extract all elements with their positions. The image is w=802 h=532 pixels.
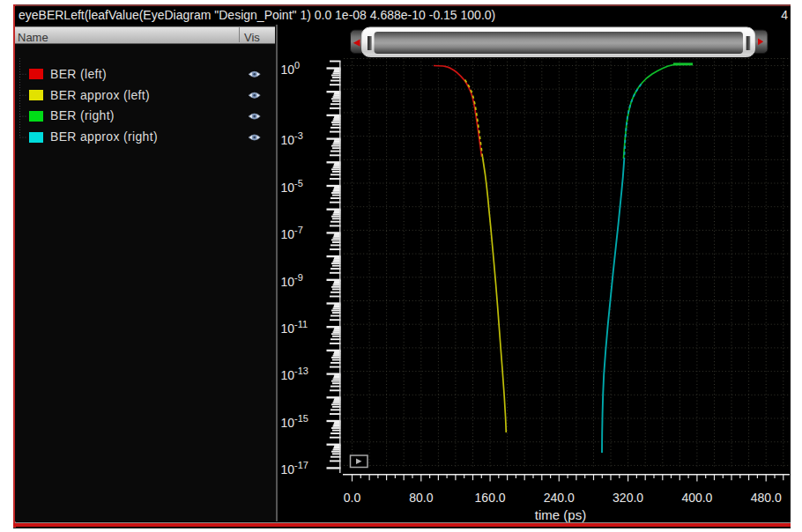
svg-text:480.0: 480.0 [751, 491, 782, 505]
svg-text:10-13: 10-13 [281, 366, 308, 382]
svg-text:10-7: 10-7 [281, 225, 303, 241]
svg-text:time (ps): time (ps) [535, 507, 586, 522]
svg-text:320.0: 320.0 [613, 491, 643, 505]
svg-text:160.0: 160.0 [475, 491, 506, 505]
svg-text:10-17: 10-17 [281, 460, 308, 477]
svg-text:10-15: 10-15 [281, 413, 308, 430]
svg-text:240.0: 240.0 [544, 491, 575, 505]
svg-text:80.0: 80.0 [409, 491, 433, 505]
svg-text:0.0: 0.0 [344, 491, 361, 505]
svg-text:10-3: 10-3 [281, 130, 303, 147]
svg-text:10-11: 10-11 [281, 319, 308, 336]
svg-text:100: 100 [281, 60, 301, 77]
svg-text:10-5: 10-5 [281, 178, 303, 195]
svg-text:10-9: 10-9 [281, 272, 303, 289]
svg-text:400.0: 400.0 [681, 491, 712, 505]
